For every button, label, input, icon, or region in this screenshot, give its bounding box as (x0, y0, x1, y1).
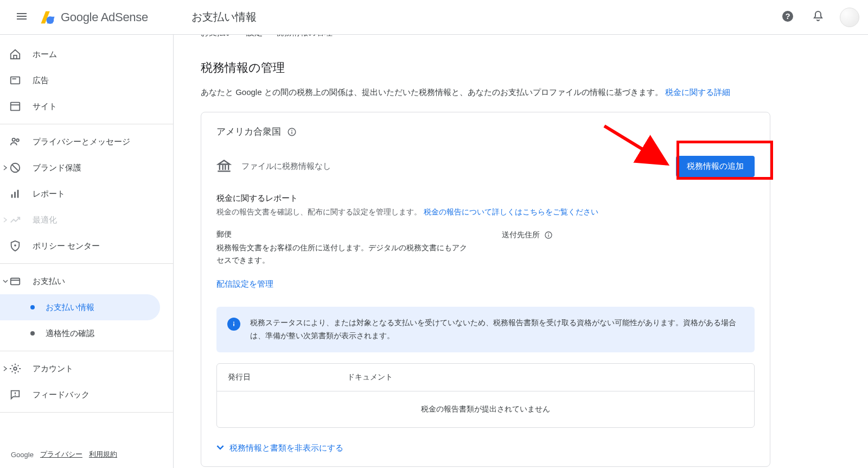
people-icon (9, 135, 22, 148)
notice-banner: 税務ステータスにより、または対象となる支払いを受けていないため、税務報告書類を受… (216, 307, 755, 352)
tax-status-text: ファイルに税務情報なし (241, 161, 666, 172)
svg-point-31 (548, 233, 549, 235)
address-value-redacted (502, 243, 755, 264)
documents-table: 発行日 ドキュメント 税金の報告書類が提出されていません (216, 363, 755, 428)
svg-point-19 (15, 395, 16, 396)
help-icon: ? (781, 10, 794, 24)
page-heading: 税務情報の管理 (201, 60, 770, 76)
sidebar-item-privacy[interactable]: プライバシーとメッセージ (0, 129, 173, 155)
svg-rect-11 (11, 194, 13, 198)
sidebar-item-payments[interactable]: お支払い (0, 268, 173, 294)
bell-icon (812, 10, 825, 24)
trend-icon (9, 213, 22, 226)
svg-point-17 (14, 367, 17, 370)
sidebar-item-brand[interactable]: ブランド保護 (0, 155, 173, 181)
feedback-icon (9, 388, 22, 401)
adsense-logo-icon (39, 9, 56, 26)
manage-delivery-link[interactable]: 配信設定を管理 (216, 279, 273, 289)
svg-rect-5 (11, 103, 20, 111)
table-empty-message: 税金の報告書類が提出されていません (217, 391, 754, 427)
info-filled-icon (227, 318, 240, 331)
sidebar-item-feedback[interactable]: フィードバック (0, 382, 173, 408)
header: Google AdSense お支払い情報 ? (0, 0, 868, 35)
menu-icon (15, 10, 28, 24)
report-learn-link[interactable]: 税金の報告について詳しくはこちらをご覧ください (424, 207, 598, 216)
sidebar-sub-payment-info[interactable]: お支払い情報 (0, 294, 160, 320)
card-icon (9, 275, 22, 288)
caret-icon (2, 217, 9, 223)
svg-point-7 (12, 138, 16, 142)
dot-icon (30, 331, 35, 336)
mail-description: 税務報告文書をお客様の住所に送付します。デジタルの税務文書にもアクセスできます。 (216, 242, 469, 266)
sidebar-item-account[interactable]: アカウント (0, 356, 173, 382)
svg-rect-13 (17, 190, 19, 198)
sidebar-item-policy[interactable]: ポリシー センター (0, 233, 173, 259)
svg-line-10 (12, 165, 18, 171)
gear-icon (9, 362, 22, 375)
table-col-date: 発行日 (217, 364, 336, 391)
sidebar: ホーム 広告 サイト プライバシーとメッセージ (0, 35, 174, 468)
notifications-button[interactable] (807, 7, 829, 28)
info-icon[interactable] (286, 127, 297, 137)
country-name: アメリカ合衆国 (216, 125, 281, 138)
report-icon (9, 187, 22, 200)
address-label: 送付先住所 (502, 230, 540, 240)
caret-icon (2, 365, 9, 372)
chevron-down-icon (216, 444, 224, 453)
add-tax-info-button[interactable]: 税務情報の追加 (676, 156, 755, 177)
sidebar-item-home[interactable]: ホーム (0, 41, 173, 67)
site-icon (9, 100, 22, 113)
main-content[interactable]: お支払い 設定 税務情報の管理 税務情報の管理 あなたと Google との間の… (174, 35, 868, 468)
svg-text:?: ? (785, 11, 790, 21)
dot-icon (30, 305, 35, 309)
svg-point-14 (14, 244, 16, 246)
report-description: 税金の報告文書を確認し、配布に関する設定を管理します。 税金の報告について詳しく… (216, 206, 755, 218)
logo[interactable]: Google AdSense (39, 9, 148, 26)
sidebar-footer: Google プライバシー 利用規約 (0, 441, 173, 468)
bank-icon (216, 159, 232, 174)
menu-button[interactable] (9, 4, 35, 30)
sidebar-item-optimize[interactable]: 最適化 (0, 207, 173, 233)
svg-rect-12 (14, 192, 16, 198)
svg-rect-3 (11, 77, 20, 84)
footer-google[interactable]: Google (11, 451, 34, 459)
header-page-title: お支払い情報 (192, 10, 257, 24)
logo-text: Google AdSense (61, 10, 148, 24)
report-heading: 税金に関するレポート (216, 193, 755, 204)
sidebar-item-sites[interactable]: サイト (0, 93, 173, 119)
svg-rect-15 (11, 279, 20, 285)
footer-terms[interactable]: 利用規約 (89, 450, 117, 459)
collapse-toggle[interactable]: 税務情報と書類を非表示にする (216, 443, 755, 453)
shield-icon (9, 239, 22, 252)
info-icon[interactable] (543, 230, 554, 241)
svg-point-22 (291, 130, 292, 131)
svg-rect-4 (12, 78, 16, 79)
tax-details-link[interactable]: 税金に関する詳細 (665, 87, 730, 97)
svg-point-33 (233, 322, 234, 323)
help-button[interactable]: ? (777, 7, 799, 28)
home-icon (9, 48, 22, 61)
caret-down-icon (2, 278, 9, 284)
sidebar-item-reports[interactable]: レポート (0, 181, 173, 207)
page-description: あなたと Google との間の税務上の関係は、提出いただいた税務情報と、あなた… (201, 86, 770, 99)
ads-icon (9, 74, 22, 87)
footer-privacy[interactable]: プライバシー (40, 450, 82, 459)
caret-icon (2, 165, 9, 171)
sidebar-sub-eligibility[interactable]: 適格性の確認 (0, 320, 173, 346)
mail-label: 郵便 (216, 230, 469, 239)
breadcrumb: お支払い 設定 税務情報の管理 (201, 35, 770, 45)
account-avatar[interactable] (840, 8, 859, 27)
sidebar-item-ads[interactable]: 広告 (0, 67, 173, 93)
svg-point-8 (16, 139, 19, 142)
table-col-document: ドキュメント (336, 364, 754, 391)
tax-info-card: アメリカ合衆国 ファイルに税務情報なし 税務情報の追加 (201, 112, 770, 467)
svg-point-0 (47, 16, 54, 24)
block-icon (9, 161, 22, 174)
